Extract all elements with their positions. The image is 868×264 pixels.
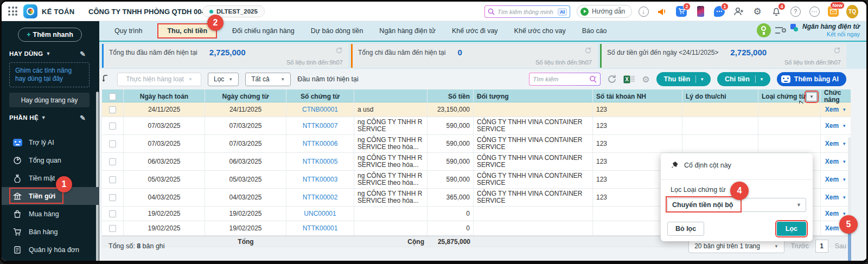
col-header-chuc-nang[interactable]: Chức năng xyxy=(821,89,851,104)
shop-cart-icon[interactable]: 2 xyxy=(675,4,687,18)
download-icon[interactable]: ↓ xyxy=(637,4,649,18)
sidebar-item-tong-quan[interactable]: Tổng quan xyxy=(2,151,99,169)
row-checkbox[interactable] xyxy=(102,171,124,188)
row-checkbox[interactable] xyxy=(102,221,124,235)
row-view-link[interactable]: Xem▼ xyxy=(825,194,846,201)
tab-bao-cao[interactable]: Báo cáo xyxy=(581,24,608,37)
col-header-so-tai-khoan-nh[interactable]: Số tài khoản NH xyxy=(593,89,682,104)
sidebar-item-ban-hang[interactable]: Bán hàng xyxy=(2,223,99,241)
more-icon[interactable]: ⋯ xyxy=(808,4,820,18)
add-user-icon[interactable] xyxy=(732,4,744,18)
bell-icon[interactable]: 4 xyxy=(770,4,782,18)
document-link[interactable]: CTNB00001 xyxy=(302,106,338,113)
frequent-page-button[interactable]: Hay dùng trang này xyxy=(9,93,90,107)
batch-action-button[interactable]: Thực hiện hàng loạt▼ xyxy=(117,73,201,86)
sort-icon[interactable] xyxy=(102,74,111,84)
avatar[interactable]: TQ xyxy=(846,4,858,18)
row-checkbox[interactable] xyxy=(102,189,124,206)
apply-filter-button[interactable]: Lọc xyxy=(777,222,806,236)
table-search-input[interactable]: Tìm kiếm xyxy=(529,73,601,86)
table-scrollbar[interactable] xyxy=(848,137,851,264)
chat-icon[interactable]: 1 xyxy=(713,4,725,18)
col-header-so-chung-tu[interactable]: Số chứng từ xyxy=(286,89,354,104)
edit-pencil-icon[interactable]: ✎ xyxy=(80,50,86,58)
sidebar-item-quan-ly-hoa-don[interactable]: Quản lý hóa đơn xyxy=(2,241,99,259)
tab-thu-chi-tien[interactable]: Thu, chi tiền 2 xyxy=(157,23,217,38)
row-view-link[interactable]: Xem▼ xyxy=(825,106,846,113)
table-settings-gear-icon[interactable]: ⚙ xyxy=(642,74,649,85)
scope-select[interactable]: Tất cả▼ xyxy=(245,73,291,86)
lightbulb-icon[interactable] xyxy=(757,23,771,37)
row-view-link[interactable]: Xem▼ xyxy=(825,140,846,147)
doc-type-select[interactable]: Chuyển tiền nội bộ ▼ xyxy=(667,198,806,212)
row-checkbox[interactable] xyxy=(102,102,124,117)
row-view-link[interactable]: Xem▼ xyxy=(825,123,846,130)
table-row[interactable]: 24/11/2025 24/11/2025 CTNB00001 a usd 23… xyxy=(102,102,851,117)
gear-icon[interactable]: ⚙ xyxy=(751,4,763,18)
refresh-icon[interactable] xyxy=(584,47,592,54)
mobile-app-icon[interactable] xyxy=(694,4,706,18)
tab-du-bao-dong-tien[interactable]: Dự báo dòng tiền xyxy=(310,24,365,37)
company-selector[interactable]: CÔNG TY TNHH PHÒNG QTDH 004▼ xyxy=(88,8,214,16)
sidebar-item-tien-gui[interactable]: Tiền gửi 1 xyxy=(2,187,99,205)
col-header-ly-do-thu-chi[interactable]: Lý do thu/chi xyxy=(682,89,758,104)
ebank-connect-link[interactable]: Kết nối ngay xyxy=(802,30,860,38)
tab-khe-uoc-cho-vay[interactable]: Khế ước cho vay xyxy=(513,24,567,37)
inbox-new-icon[interactable]: New xyxy=(827,4,839,18)
guide-button[interactable]: Hướng dẫn xyxy=(577,5,632,18)
row-checkbox[interactable] xyxy=(102,153,124,170)
table-row[interactable]: 07/03/2025 07/03/2025 NTTK00007 ng CÔNG … xyxy=(102,117,851,135)
document-link[interactable]: NTTK00007 xyxy=(303,123,338,130)
col-header-loai-chung-tu[interactable]: Loại chứng từ ▼ 3 xyxy=(758,89,821,104)
col-header-ngay-chung-tu[interactable]: Ngày chứng từ xyxy=(205,89,286,104)
tab-khe-uoc-di-vay[interactable]: Khế ước đi vay xyxy=(451,24,499,37)
quick-add-button[interactable]: +Thêm nhanh xyxy=(18,28,82,42)
document-link[interactable]: UNC00001 xyxy=(304,210,336,217)
row-checkbox[interactable] xyxy=(102,207,124,221)
filter-button[interactable]: Lọc▼ xyxy=(208,73,239,86)
add-with-ai-button[interactable]: Thêm bằng AI xyxy=(777,72,846,86)
edit-pencil-icon[interactable]: ✎ xyxy=(80,114,86,122)
col-header-so-tien[interactable]: Số tiền xyxy=(427,89,474,104)
refresh-icon[interactable] xyxy=(833,47,841,54)
tab-doi-chieu-ngan-hang[interactable]: Đối chiếu ngân hàng xyxy=(231,24,296,37)
column-settings-icon[interactable] xyxy=(775,26,786,35)
row-checkbox[interactable] xyxy=(102,135,124,152)
select-all-checkbox[interactable] xyxy=(102,89,124,104)
table-row[interactable]: 07/03/2025 07/03/2025 NTTK00006 ng CÔNG … xyxy=(102,135,851,153)
app-logo-icon[interactable] xyxy=(23,4,37,18)
page-size-select[interactable]: 20 bản ghi trên 1 trang▼ xyxy=(688,240,784,253)
document-link[interactable]: NTTK00006 xyxy=(303,140,338,147)
col-header-ngay-hach-toan[interactable]: Ngày hạch toán xyxy=(124,89,205,104)
excel-export-icon[interactable]: X xyxy=(623,75,635,84)
favorites-section-header[interactable]: HAY DÙNG▼✎ xyxy=(9,50,51,57)
refresh-icon[interactable] xyxy=(607,74,617,84)
column-filter-button[interactable]: ▼ 3 xyxy=(806,92,817,101)
row-view-link[interactable]: Xem▼ xyxy=(825,158,846,165)
next-page-button[interactable]: Sau xyxy=(835,242,846,250)
clear-filter-button[interactable]: Bỏ lọc xyxy=(667,222,704,236)
sidebar-item-mua-hang[interactable]: Mua hàng xyxy=(2,205,99,223)
prev-page-button[interactable]: Trước xyxy=(791,242,809,250)
pin-column-item[interactable]: Cố định cột này xyxy=(671,161,731,169)
current-page[interactable]: 1 xyxy=(815,240,828,253)
document-link[interactable]: NTTK00005 xyxy=(303,158,338,165)
receive-money-button[interactable]: Thu tiền▼ xyxy=(656,72,711,86)
document-link[interactable]: NTTK00003 xyxy=(303,176,338,183)
row-checkbox[interactable] xyxy=(102,117,124,134)
col-header-doi-tuong[interactable]: Đối tượng xyxy=(474,89,593,104)
app-grid-icon[interactable] xyxy=(8,7,18,16)
document-link[interactable]: NTTK00001 xyxy=(303,225,338,232)
sidebar-item-tro-ly-ai[interactable]: Trợ lý AI xyxy=(2,133,99,151)
tab-ngan-hang-dien-tu[interactable]: Ngân hàng điện tử xyxy=(378,24,437,37)
refresh-icon[interactable] xyxy=(335,47,343,54)
document-link[interactable]: NTTK00002 xyxy=(303,194,338,201)
smart-search-input[interactable]: Tìm kiếm thông minh AI xyxy=(484,5,570,18)
help-icon[interactable]: ? xyxy=(789,4,801,18)
pay-money-button[interactable]: Chi tiền▼ xyxy=(717,72,770,86)
row-view-link[interactable]: Xem▼ xyxy=(825,176,846,183)
col-header-dien-giai[interactable] xyxy=(354,89,427,104)
modules-section-header[interactable]: PHẦN HỆ▼✎ xyxy=(9,114,46,121)
sidebar-item-tien-mat[interactable]: Tiền mặt xyxy=(2,169,99,187)
megaphone-icon[interactable] xyxy=(656,4,668,18)
